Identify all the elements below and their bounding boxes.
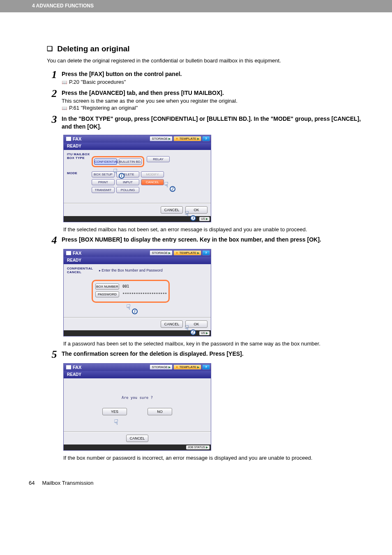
ok-button[interactable]: OK (185, 320, 208, 328)
side-label-cancel: CANCEL (67, 270, 96, 274)
callout-marker-2: ☟ 2 (164, 181, 173, 191)
template-button[interactable]: ★TEMPLATE▶ (173, 136, 201, 141)
title-bar: FAX STORAGE▶ ★TEMPLATE▶ ? (64, 364, 211, 371)
password-value: ******************** (121, 292, 166, 297)
transmit-button[interactable]: TRANSMIT (92, 187, 115, 193)
step-instruction: The confirmation screen for the deletion… (62, 350, 363, 358)
pointer-hand-icon: ☟ (114, 419, 123, 426)
reference-link[interactable]: P.61 "Registering an original" (62, 105, 363, 111)
help-button[interactable]: ? (202, 136, 210, 141)
fax-icon (66, 365, 71, 369)
page-number: 64 (29, 480, 35, 486)
step-instruction: Press the [FAX] button on the control pa… (62, 70, 363, 78)
job-status-button[interactable]: US▶ (199, 217, 210, 221)
reference-link[interactable]: P.20 "Basic procedures" (62, 79, 363, 85)
delete-button[interactable]: DELETE (116, 171, 139, 177)
help-button[interactable]: ? (202, 364, 210, 370)
help-button[interactable]: ? (202, 250, 210, 256)
itu-mailbox-label: ITU MAILBOX (67, 152, 92, 156)
box-setup-button[interactable]: BOX SETUP (92, 171, 115, 177)
status-bar: JOB STATUS▶ (64, 444, 211, 450)
ready-status: READY (64, 371, 211, 378)
window-title: FAX (73, 365, 81, 370)
dialog-button-row: CANCEL (64, 432, 211, 444)
step-instruction: Press the [ADVANCED] tab, and then press… (62, 89, 363, 97)
confidential-button[interactable]: CONFIDENTIAL (94, 159, 117, 165)
pointer-hand-icon: ☟ (164, 181, 173, 189)
step-3: 3 In the "BOX TYPE" group, press [CONFID… (47, 114, 363, 131)
step-4-note: If a password has been set to the select… (63, 341, 363, 347)
box-type-group: CONFIDENTIAL BULLETIN BD. (92, 156, 144, 167)
step-number: 3 (47, 114, 62, 125)
bulletin-bd-button[interactable]: BULLETIN BD. (119, 159, 142, 165)
star-icon: ★ (175, 137, 178, 140)
entry-highlight: BOX NUMBER 001 PASSWORD ****************… (92, 280, 170, 303)
fax-icon (66, 137, 71, 141)
template-button[interactable]: ★TEMPLATE▶ (173, 364, 201, 370)
dialog-button-row: CANCEL OK (64, 318, 211, 330)
section-title: ❑ Deleting an original (47, 44, 363, 53)
page-footer: 64 Mailbox Transmission (0, 472, 392, 494)
step-3-note: If the selected mailbox has not been set… (63, 226, 363, 233)
status-bar: US▶ ☟ 2 (64, 330, 211, 336)
window-title: FAX (73, 251, 81, 256)
screenshot-box-number: FAX STORAGE▶ ★TEMPLATE▶ ? READY CONFIDEN… (63, 249, 211, 336)
step-5: 5 The confirmation screen for the deleti… (47, 349, 363, 360)
input-button[interactable]: INPUT (116, 179, 139, 185)
step-subtext: This screen is the same as the one you s… (62, 98, 363, 104)
cancel-button[interactable]: CANCEL (126, 435, 148, 442)
ready-status: READY (64, 143, 211, 150)
star-icon: ★ (175, 365, 178, 369)
polling-button[interactable]: POLLING (116, 187, 139, 193)
entry-prompt: Enter the Box Number and Password (99, 268, 208, 272)
page-header: 4 ADVANCED FUNCTIONS (0, 0, 392, 12)
star-icon: ★ (175, 251, 178, 255)
pointer-hand-icon: ☟ (126, 304, 135, 311)
step-number: 1 (47, 69, 62, 80)
job-status-button[interactable]: US▶ (199, 331, 210, 335)
mode-cancel-button[interactable]: CANCEL (141, 179, 164, 185)
step-2: 2 Press the [ADVANCED] tab, and then pre… (47, 88, 363, 112)
footer-section: Mailbox Transmission (42, 480, 94, 486)
title-bar: FAX STORAGE▶ ★TEMPLATE▶ ? (64, 249, 211, 257)
print-button[interactable]: PRINT (92, 179, 115, 185)
step-instruction: Press [BOX NUMBER] to display the entry … (62, 236, 363, 244)
callout-marker-1: ☟ 1 (126, 304, 135, 313)
title-bar: FAX STORAGE▶ ★TEMPLATE▶ ? (64, 135, 211, 143)
step-number: 4 (47, 235, 62, 246)
cancel-button[interactable]: CANCEL (161, 320, 183, 328)
step-1: 1 Press the [FAX] button on the control … (47, 69, 363, 86)
callout-marker: ☟ (114, 419, 123, 428)
storage-button[interactable]: STORAGE▶ (150, 364, 173, 370)
job-status-button[interactable]: JOB STATUS▶ (186, 445, 210, 449)
confirm-question: Are you sure ? (67, 396, 208, 400)
screenshot-itu-mailbox: FAX STORAGE▶ ★TEMPLATE▶ ? READY ITU MAIL… (63, 135, 211, 222)
square-bullet-icon: ❑ (47, 45, 53, 52)
fax-icon (66, 251, 71, 255)
breadcrumb: 4 ADVANCED FUNCTIONS (32, 3, 94, 9)
section-title-text: Deleting an original (57, 44, 129, 53)
step-instruction: In the "BOX TYPE" group, press [CONFIDEN… (62, 115, 363, 131)
ready-status: READY (64, 257, 211, 264)
storage-button[interactable]: STORAGE▶ (150, 250, 173, 256)
status-bar: US▶ ☟ 3 (64, 216, 211, 222)
box-number-value: 001 (121, 284, 166, 289)
yes-button[interactable]: YES (102, 408, 127, 415)
cancel-button[interactable]: CANCEL (161, 206, 183, 214)
box-number-button[interactable]: BOX NUMBER (95, 283, 119, 290)
no-button[interactable]: NO (148, 408, 172, 415)
step-number: 5 (47, 349, 62, 360)
step-5-note: If the box number or password is incorre… (63, 455, 363, 461)
side-label-confidential: CONFIDENTIAL (67, 267, 96, 270)
mode-label: MODE (67, 171, 92, 175)
modify-button[interactable]: MODIFY (141, 171, 164, 177)
template-button[interactable]: ★TEMPLATE▶ (173, 250, 201, 256)
dialog-button-row: CANCEL OK (64, 203, 211, 216)
relay-button[interactable]: RELAY (147, 156, 170, 162)
step-4: 4 Press [BOX NUMBER] to display the entr… (47, 235, 363, 246)
ok-button[interactable]: OK (185, 206, 208, 214)
password-button[interactable]: PASSWORD (95, 291, 119, 297)
intro-text: You can delete the original registered i… (47, 58, 363, 64)
storage-button[interactable]: STORAGE▶ (150, 136, 173, 141)
box-type-label: BOX TYPE (67, 156, 92, 160)
